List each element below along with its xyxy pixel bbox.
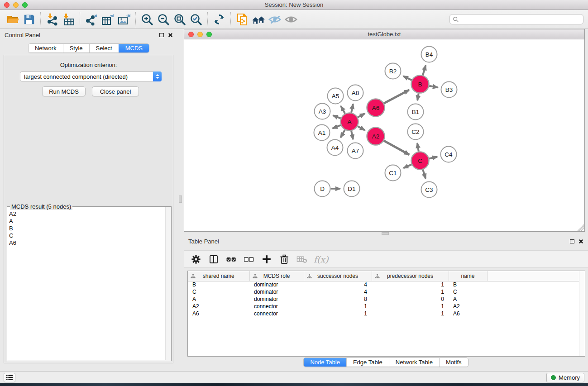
zoom-out-button[interactable] xyxy=(155,11,172,28)
table-cell[interactable]: 1 xyxy=(372,281,449,288)
table-cell[interactable]: 4 xyxy=(304,281,372,288)
table-cell[interactable]: A6 xyxy=(188,310,249,317)
result-scrollbar[interactable] xyxy=(165,207,171,360)
open-session-button[interactable] xyxy=(5,11,21,28)
table-cell[interactable]: 0 xyxy=(372,295,449,303)
table-cell[interactable]: A6 xyxy=(449,310,487,317)
graph-edge-C-C1[interactable] xyxy=(403,164,411,168)
task-history-button[interactable] xyxy=(4,373,15,382)
result-item[interactable]: C xyxy=(9,232,165,239)
table-cell[interactable]: dominator xyxy=(249,288,304,295)
graph-edge-B-B3[interactable] xyxy=(429,86,438,88)
graph-edge-C-C4[interactable] xyxy=(429,157,437,159)
column-header-name[interactable]: name xyxy=(449,271,487,281)
table-settings-button[interactable] xyxy=(190,253,202,265)
tab-select[interactable]: Select xyxy=(89,44,119,52)
apply-function-button[interactable]: f(x) xyxy=(314,254,329,264)
horizontal-divider[interactable] xyxy=(184,232,588,235)
table-row[interactable]: Adominator80A xyxy=(188,295,579,303)
table-cell[interactable]: 1 xyxy=(304,303,372,310)
import-network-button[interactable] xyxy=(44,11,60,28)
result-item[interactable]: A xyxy=(9,218,165,225)
export-network-button[interactable] xyxy=(83,11,100,28)
search-input[interactable] xyxy=(459,16,580,23)
show-columns-button[interactable] xyxy=(208,253,220,265)
graph-edge-A-A7[interactable] xyxy=(351,131,353,139)
panel-divider[interactable] xyxy=(177,29,184,371)
export-image-button[interactable] xyxy=(116,11,132,28)
close-panel-icon[interactable] xyxy=(168,33,173,38)
result-item[interactable]: A2 xyxy=(9,210,165,218)
first-neighbors-button[interactable] xyxy=(250,11,267,28)
table-cell[interactable]: A xyxy=(449,295,487,303)
delete-column-button[interactable] xyxy=(278,253,290,265)
graph-edge-A6-B[interactable] xyxy=(384,90,409,104)
table-cell[interactable]: 1 xyxy=(372,288,449,295)
show-all-button[interactable] xyxy=(283,11,299,28)
divider-grip-icon[interactable] xyxy=(382,232,389,235)
float-panel-icon[interactable] xyxy=(159,33,164,37)
table-cell[interactable]: 1 xyxy=(372,303,449,310)
column-header-MCDS-role[interactable]: MCDS role xyxy=(249,271,304,281)
graph-edge-A-A1[interactable] xyxy=(333,125,341,129)
graph-edge-B-B1[interactable] xyxy=(417,93,419,100)
graph-edge-A-A8[interactable] xyxy=(351,104,353,113)
table-cell[interactable]: C xyxy=(449,288,487,295)
import-table-button[interactable] xyxy=(60,11,76,28)
table-row[interactable]: A6connector11A6 xyxy=(188,310,579,317)
float-panel-icon[interactable] xyxy=(570,239,574,243)
table-row[interactable]: Bdominator41B xyxy=(188,281,579,288)
graph-edge-A-A5[interactable] xyxy=(341,106,345,114)
graph-edge-C-C3[interactable] xyxy=(423,170,425,179)
table-cell[interactable]: 1 xyxy=(304,310,372,317)
divider-grip-icon[interactable] xyxy=(179,195,182,203)
mcds-result-list[interactable]: A2ABCA6 xyxy=(9,210,165,360)
table-scrollbar[interactable] xyxy=(579,271,585,356)
table-cell[interactable]: B xyxy=(188,281,249,288)
zoom-fit-button[interactable] xyxy=(172,11,188,28)
memory-button[interactable]: Memory xyxy=(546,373,584,382)
zoom-in-button[interactable] xyxy=(139,11,155,28)
table-cell[interactable]: 4 xyxy=(304,288,372,295)
refresh-layout-button[interactable] xyxy=(211,11,227,28)
clone-network-button[interactable] xyxy=(234,11,250,28)
table-row[interactable]: Cdominator41C xyxy=(188,288,579,295)
save-session-button[interactable] xyxy=(21,11,37,28)
add-column-button[interactable] xyxy=(261,253,272,265)
graph-edge-C-C2[interactable] xyxy=(417,143,419,152)
table-cell[interactable]: A xyxy=(188,295,249,303)
tab-network[interactable]: Network xyxy=(29,44,63,52)
result-item[interactable]: B xyxy=(9,225,165,232)
close-panel-button[interactable]: Close panel xyxy=(92,86,139,96)
table-cell[interactable]: C xyxy=(188,288,249,295)
result-item[interactable]: A6 xyxy=(9,239,165,247)
resize-grip-icon[interactable] xyxy=(578,224,584,231)
column-header-shared-name[interactable]: shared name xyxy=(188,271,249,281)
graph-edge-B-B2[interactable] xyxy=(403,76,412,80)
tab-style[interactable]: Style xyxy=(63,44,89,52)
network-graph[interactable]: B4B2BB3A5A8A6A3B1AC2A1A2A4A7C4CC1DD1C3 xyxy=(184,39,584,231)
table-cell[interactable]: A2 xyxy=(449,303,487,310)
column-header-predecessor-nodes[interactable]: predecessor nodes xyxy=(372,271,449,281)
table-cell[interactable]: 1 xyxy=(372,310,449,317)
graph-edge-A-A2[interactable] xyxy=(358,126,365,130)
network-canvas[interactable]: B4B2BB3A5A8A6A3B1AC2A1A2A4A7C4CC1DD1C3 xyxy=(184,39,584,231)
graph-edge-A-A3[interactable] xyxy=(333,115,341,119)
table-row[interactable]: A2connector11A2 xyxy=(188,303,579,310)
select-all-rows-button[interactable] xyxy=(225,253,237,265)
table-cell[interactable]: dominator xyxy=(249,281,304,288)
graph-edge-A2-C[interactable] xyxy=(384,141,409,155)
hide-selected-button[interactable] xyxy=(267,11,283,28)
tab-node-table[interactable]: Node Table xyxy=(304,358,346,367)
tab-edge-table[interactable]: Edge Table xyxy=(346,358,389,367)
table-cell[interactable]: B xyxy=(449,281,487,288)
graph-edge-B-B4[interactable] xyxy=(423,65,426,75)
search-field[interactable] xyxy=(449,14,583,24)
zoom-selected-button[interactable] xyxy=(188,11,204,28)
table-cell[interactable]: A2 xyxy=(188,303,249,310)
table-cell[interactable]: 8 xyxy=(304,295,372,303)
deselect-all-rows-button[interactable] xyxy=(243,253,255,265)
tab-mcds[interactable]: MCDS xyxy=(119,44,149,52)
graph-edge-A-A6[interactable] xyxy=(358,114,365,117)
table-cell[interactable]: connector xyxy=(249,303,304,310)
